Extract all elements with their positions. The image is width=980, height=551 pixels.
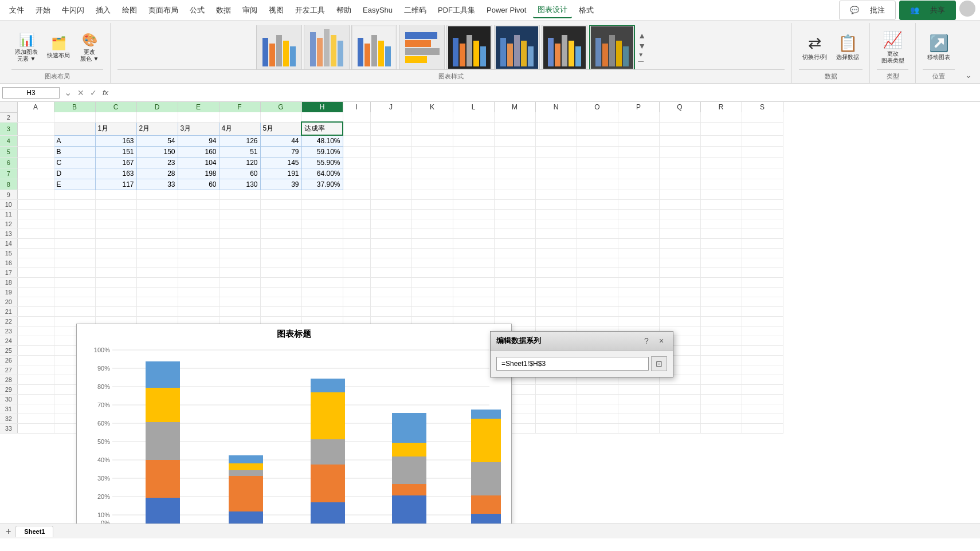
table-cell[interactable] bbox=[577, 158, 618, 168]
table-cell[interactable] bbox=[301, 249, 343, 258]
table-cell[interactable] bbox=[577, 424, 618, 434]
table-cell[interactable] bbox=[618, 200, 659, 210]
table-cell[interactable] bbox=[95, 278, 136, 288]
table-cell[interactable] bbox=[535, 179, 577, 190]
table-cell[interactable] bbox=[577, 179, 618, 190]
table-cell[interactable] bbox=[178, 229, 219, 239]
table-cell[interactable] bbox=[577, 210, 618, 219]
table-cell[interactable] bbox=[700, 147, 742, 158]
menu-item-easyshu[interactable]: EasyShu bbox=[358, 3, 397, 17]
table-cell[interactable] bbox=[95, 268, 136, 278]
table-cell[interactable] bbox=[343, 179, 370, 190]
table-cell[interactable]: 39 bbox=[260, 179, 301, 190]
table-cell[interactable] bbox=[136, 297, 178, 307]
menu-item-pdf[interactable]: PDF工具集 bbox=[433, 3, 480, 18]
table-cell[interactable] bbox=[700, 249, 742, 258]
table-cell[interactable] bbox=[700, 326, 742, 336]
table-cell[interactable] bbox=[535, 249, 577, 258]
table-cell[interactable] bbox=[494, 135, 535, 147]
quick-layout-button[interactable]: 🗂️ 快速布局 bbox=[44, 34, 73, 61]
chart-style-4[interactable] bbox=[399, 25, 445, 69]
table-cell[interactable] bbox=[577, 404, 618, 414]
table-cell[interactable] bbox=[370, 135, 411, 147]
dialog-help-button[interactable]: ? bbox=[641, 335, 652, 347]
table-cell[interactable] bbox=[411, 122, 453, 135]
menu-item-file[interactable]: 文件 bbox=[5, 3, 29, 18]
formula-input[interactable] bbox=[113, 87, 978, 99]
table-cell[interactable] bbox=[178, 210, 219, 219]
table-cell[interactable] bbox=[700, 158, 742, 168]
table-cell[interactable] bbox=[494, 219, 535, 229]
table-cell[interactable]: 1月 bbox=[95, 122, 136, 135]
menu-item-review[interactable]: 审阅 bbox=[238, 3, 262, 18]
table-cell[interactable] bbox=[219, 190, 260, 200]
table-cell[interactable] bbox=[700, 122, 742, 135]
table-cell[interactable]: D bbox=[54, 168, 95, 179]
table-cell[interactable] bbox=[219, 297, 260, 307]
table-cell[interactable] bbox=[577, 307, 618, 317]
table-cell[interactable] bbox=[178, 278, 219, 288]
table-cell[interactable] bbox=[700, 414, 742, 424]
table-cell[interactable] bbox=[370, 229, 411, 239]
table-cell[interactable] bbox=[178, 249, 219, 258]
table-cell[interactable] bbox=[577, 278, 618, 288]
table-cell[interactable] bbox=[136, 200, 178, 210]
table-cell[interactable] bbox=[17, 229, 54, 239]
table-cell[interactable] bbox=[618, 395, 659, 404]
table-cell[interactable] bbox=[618, 278, 659, 288]
table-cell[interactable]: C bbox=[54, 158, 95, 168]
table-cell[interactable] bbox=[535, 158, 577, 168]
table-cell[interactable] bbox=[411, 268, 453, 278]
table-cell[interactable] bbox=[742, 336, 783, 346]
table-cell[interactable]: 104 bbox=[178, 158, 219, 168]
table-cell[interactable] bbox=[453, 288, 494, 297]
table-cell[interactable] bbox=[494, 278, 535, 288]
table-cell[interactable] bbox=[453, 158, 494, 168]
table-cell[interactable] bbox=[742, 414, 783, 424]
table-cell[interactable] bbox=[577, 268, 618, 278]
table-cell[interactable]: 33 bbox=[136, 179, 178, 190]
table-cell[interactable] bbox=[700, 278, 742, 288]
table-cell[interactable] bbox=[370, 122, 411, 135]
table-cell[interactable] bbox=[260, 288, 301, 297]
table-cell[interactable] bbox=[178, 112, 219, 122]
table-cell[interactable] bbox=[659, 112, 700, 122]
table-cell[interactable] bbox=[17, 307, 54, 317]
table-cell[interactable] bbox=[577, 219, 618, 229]
table-cell[interactable]: 48.10% bbox=[301, 135, 343, 147]
table-cell[interactable] bbox=[370, 288, 411, 297]
table-cell[interactable] bbox=[700, 135, 742, 147]
table-cell[interactable] bbox=[659, 424, 700, 434]
table-cell[interactable]: 60 bbox=[219, 168, 260, 179]
table-cell[interactable] bbox=[17, 326, 54, 336]
table-cell[interactable] bbox=[219, 112, 260, 122]
table-cell[interactable] bbox=[260, 297, 301, 307]
table-cell[interactable] bbox=[742, 356, 783, 365]
table-cell[interactable]: 4月 bbox=[219, 122, 260, 135]
table-cell[interactable] bbox=[17, 210, 54, 219]
table-cell[interactable] bbox=[343, 122, 370, 135]
table-cell[interactable] bbox=[411, 307, 453, 317]
chart-style-3[interactable] bbox=[351, 25, 397, 69]
table-cell[interactable] bbox=[219, 249, 260, 258]
col-header-I[interactable]: I bbox=[343, 102, 370, 112]
chart-style-6[interactable] bbox=[494, 25, 540, 69]
table-cell[interactable] bbox=[577, 317, 618, 326]
table-cell[interactable] bbox=[742, 112, 783, 122]
table-cell[interactable] bbox=[343, 268, 370, 278]
table-cell[interactable] bbox=[178, 239, 219, 249]
table-cell[interactable]: 198 bbox=[178, 168, 219, 179]
table-cell[interactable] bbox=[742, 385, 783, 395]
table-cell[interactable] bbox=[370, 268, 411, 278]
menu-item-insert[interactable]: 插入 bbox=[91, 3, 115, 18]
table-cell[interactable] bbox=[577, 249, 618, 258]
table-cell[interactable]: 28 bbox=[136, 168, 178, 179]
table-cell[interactable] bbox=[54, 297, 95, 307]
table-cell[interactable] bbox=[659, 122, 700, 135]
table-cell[interactable] bbox=[343, 258, 370, 268]
menu-item-format[interactable]: 格式 bbox=[574, 3, 598, 18]
change-chart-type-button[interactable]: 📈 更改图表类型 bbox=[878, 28, 908, 66]
table-cell[interactable] bbox=[659, 395, 700, 404]
table-cell[interactable] bbox=[370, 147, 411, 158]
table-cell[interactable] bbox=[54, 190, 95, 200]
